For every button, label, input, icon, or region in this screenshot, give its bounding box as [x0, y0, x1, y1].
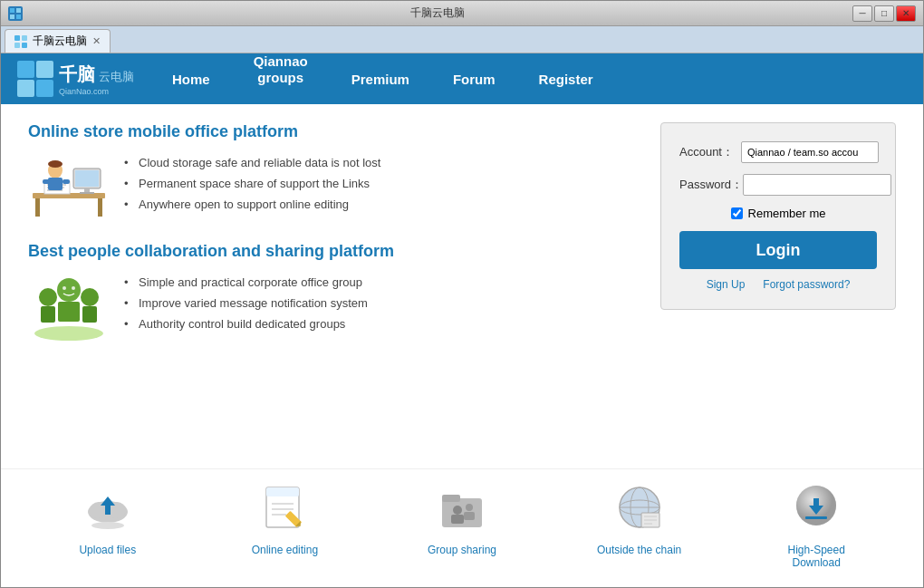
- app-icon: [8, 6, 23, 21]
- svg-rect-5: [22, 35, 27, 41]
- logo-area: 千脑 云电脑 QianNao.com: [1, 53, 150, 104]
- content-body: Online store mobile office platform: [1, 104, 923, 468]
- minimize-button[interactable]: ─: [852, 5, 872, 22]
- maximize-button[interactable]: □: [874, 5, 894, 22]
- password-row: Password：: [679, 174, 877, 196]
- remember-row: Remember me: [679, 207, 877, 220]
- svg-rect-4: [14, 35, 20, 41]
- password-label: Password：: [679, 177, 743, 193]
- section2-image: [28, 272, 110, 340]
- login-button[interactable]: Login: [679, 231, 877, 269]
- tab-bar: 千脑云电脑 ✕: [1, 26, 923, 53]
- svg-rect-48: [451, 515, 464, 524]
- svg-rect-0: [10, 8, 14, 13]
- svg-rect-62: [805, 516, 827, 519]
- account-label: Account：: [679, 144, 741, 160]
- logo-blocks: [17, 61, 53, 97]
- remember-checkbox[interactable]: [731, 207, 743, 219]
- svg-rect-14: [80, 192, 94, 194]
- section2-block: Simple and practical corporate office gr…: [28, 272, 633, 340]
- desk-illustration: [28, 152, 110, 220]
- nav-qiannao[interactable]: Qiannaogroups: [232, 53, 330, 104]
- remember-label: Remember me: [748, 207, 826, 220]
- upload-label[interactable]: Upload files: [79, 544, 136, 556]
- system-buttons: ─ □ ✕: [852, 5, 916, 22]
- section1-bullets: Cloud storage safe and reliable data is …: [124, 152, 380, 215]
- svg-rect-9: [35, 198, 40, 217]
- svg-point-32: [72, 286, 75, 290]
- logo-box: 千脑 云电脑 QianNao.com: [17, 61, 134, 97]
- svg-point-31: [63, 286, 66, 290]
- nav-premium[interactable]: Premium: [330, 53, 431, 104]
- logo-block-4: [36, 80, 53, 97]
- globe-icon: [611, 478, 669, 536]
- editing-label[interactable]: Online editing: [252, 544, 318, 556]
- tab-close-button[interactable]: ✕: [92, 35, 101, 47]
- svg-point-49: [466, 504, 473, 511]
- nav-home[interactable]: Home: [150, 53, 232, 104]
- svg-rect-6: [14, 43, 20, 48]
- svg-rect-12: [75, 170, 99, 187]
- sharing-label[interactable]: Group sharing: [428, 544, 496, 556]
- feature-download: High-SpeedDownload: [762, 478, 871, 569]
- bullet-item: Improve varied message notification syst…: [124, 293, 368, 313]
- close-button[interactable]: ✕: [896, 5, 916, 22]
- feature-editing: Online editing: [230, 478, 339, 569]
- section1-image: [28, 152, 110, 220]
- section1-title: Online store mobile office platform: [28, 122, 633, 141]
- tab-icon: [14, 35, 27, 48]
- title-bar: 千脑云电脑 ─ □ ✕: [1, 1, 923, 26]
- feature-upload: Upload files: [53, 478, 162, 569]
- window-frame: 千脑云电脑 ─ □ ✕ 千脑云电脑 ✕: [0, 0, 924, 588]
- svg-rect-28: [58, 302, 80, 322]
- svg-rect-21: [43, 179, 50, 184]
- section1-text: Cloud storage safe and reliable data is …: [124, 152, 380, 220]
- nav-links: Home Qiannaogroups Premium Forum Registe…: [150, 53, 923, 104]
- logo-domain: QianNao.com: [59, 87, 134, 96]
- svg-point-47: [453, 506, 462, 515]
- login-links: Sign Up Forgot password?: [679, 278, 877, 291]
- svg-rect-7: [22, 43, 27, 48]
- svg-point-23: [48, 160, 63, 168]
- bullet-item: Permanent space share of support the Lin…: [124, 173, 380, 194]
- signup-link[interactable]: Sign Up: [707, 278, 746, 291]
- browser-tab[interactable]: 千脑云电脑 ✕: [5, 29, 111, 53]
- svg-point-27: [57, 278, 81, 302]
- tab-label: 千脑云电脑: [33, 34, 87, 49]
- logo-block-2: [36, 61, 53, 78]
- nav-forum[interactable]: Forum: [431, 53, 517, 104]
- chain-label[interactable]: Outside the chain: [597, 544, 681, 556]
- forgot-link[interactable]: Forgot password?: [763, 278, 850, 291]
- svg-point-29: [81, 288, 99, 306]
- svg-rect-22: [63, 179, 70, 184]
- nav-register[interactable]: Register: [517, 53, 615, 104]
- download-label[interactable]: High-SpeedDownload: [787, 544, 844, 569]
- title-bar-left: [8, 6, 23, 21]
- logo-text: 千脑 云电脑 QianNao.com: [59, 63, 134, 96]
- feature-row: Upload files: [1, 468, 923, 587]
- bullet-item: Cloud storage safe and reliable data is …: [124, 152, 380, 173]
- password-input[interactable]: [743, 174, 891, 196]
- logo-block-1: [17, 61, 34, 78]
- nav-bar: 千脑 云电脑 QianNao.com Home Qiannaogroups Pr…: [1, 53, 923, 104]
- feature-sharing: Group sharing: [408, 478, 516, 569]
- left-panel: Online store mobile office platform: [28, 122, 633, 450]
- svg-rect-3: [16, 14, 21, 19]
- svg-rect-39: [266, 487, 299, 496]
- svg-rect-46: [442, 495, 460, 502]
- logo-chinese: 千脑: [59, 63, 95, 87]
- svg-rect-1: [16, 8, 21, 13]
- group-icon: [433, 478, 491, 536]
- download-icon: [787, 478, 845, 536]
- main-content: Online store mobile office platform: [1, 104, 923, 587]
- bullet-item: Simple and practical corporate office gr…: [124, 272, 368, 293]
- logo-sub: 云电脑: [99, 69, 134, 85]
- svg-rect-2: [10, 14, 14, 19]
- svg-rect-20: [48, 178, 63, 190]
- upload-icon: [79, 478, 137, 536]
- account-input[interactable]: [741, 141, 879, 163]
- account-row: Account：: [679, 141, 877, 163]
- svg-rect-10: [98, 198, 102, 217]
- right-panel: Account： Password： Remember me Login Sig…: [660, 122, 896, 450]
- window-title: 千脑云电脑: [23, 5, 852, 21]
